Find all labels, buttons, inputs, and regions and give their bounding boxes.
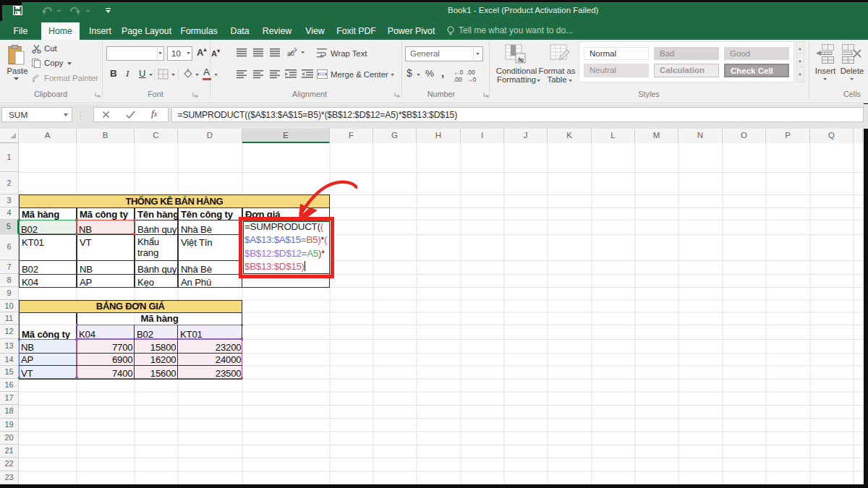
svg-text:ab: ab	[287, 50, 294, 57]
